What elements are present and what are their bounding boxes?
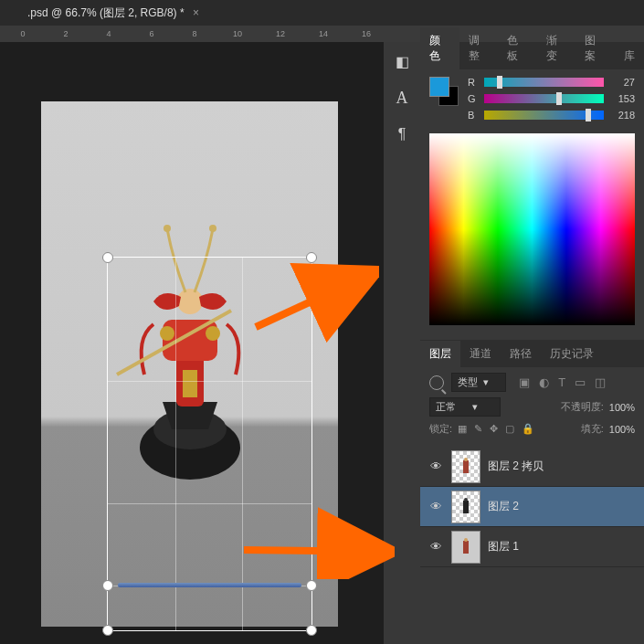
layer-item[interactable]: 👁 图层 2 拷贝 [420, 447, 644, 487]
close-icon[interactable]: × [193, 6, 199, 19]
svg-rect-17 [463, 541, 469, 554]
blue-slider[interactable] [484, 111, 604, 120]
handle-bottom-right[interactable] [306, 625, 317, 636]
handle-bottom-left[interactable] [102, 625, 113, 636]
transform-midline [118, 583, 301, 587]
lock-pixels-icon[interactable]: ▦ [458, 423, 467, 435]
lock-all-icon[interactable]: 🔒 [522, 423, 534, 435]
svg-rect-15 [463, 501, 469, 513]
layer-thumbnail[interactable] [451, 491, 480, 523]
layer-name: 图层 1 [488, 539, 519, 554]
g-value[interactable]: 153 [609, 93, 635, 104]
svg-point-8 [164, 225, 171, 232]
layer-list: 👁 图层 2 拷贝 👁 图层 2 👁 图层 1 [420, 447, 644, 567]
filter-text-icon[interactable]: T [558, 375, 565, 389]
tab-adjustments[interactable]: 调整 [459, 27, 499, 69]
lock-position-icon[interactable]: ✥ [490, 423, 498, 435]
layers-controls: 类型 ▾ ▣ ◐ T ▭ ◫ 正常 ▾ 不透明度: 100% 锁定: ▦ [420, 367, 644, 447]
lock-brush-icon[interactable]: ✎ [474, 423, 482, 435]
r-value[interactable]: 27 [609, 77, 635, 88]
layers-panel-tabs: 图层 通道 路径 历史记录 [420, 340, 644, 367]
foreground-color-swatch[interactable] [429, 77, 449, 97]
handle-mid-right[interactable] [306, 580, 317, 591]
document-tab-bar: .psd @ 66.7% (图层 2, RGB/8) * × [0, 0, 644, 26]
layer-thumbnail[interactable] [451, 450, 480, 483]
red-slider-row: R 27 [468, 77, 635, 88]
blue-slider-row: B 218 [468, 110, 635, 121]
visibility-icon[interactable]: 👁 [428, 539, 444, 555]
red-slider[interactable] [484, 78, 604, 87]
tab-paths[interactable]: 路径 [501, 341, 541, 367]
filter-adjustment-icon[interactable]: ◐ [539, 375, 549, 389]
fill-label: 填充: [581, 422, 604, 436]
color-panel: R 27 G 153 B 218 [420, 69, 644, 333]
tab-libraries[interactable]: 库 [615, 43, 644, 69]
opacity-value[interactable]: 100% [609, 402, 635, 413]
visibility-icon[interactable]: 👁 [428, 499, 444, 515]
b-value[interactable]: 218 [609, 110, 635, 121]
text-a-icon[interactable]: A [392, 88, 412, 108]
svg-point-9 [209, 225, 216, 232]
fg-bg-swatches[interactable] [429, 77, 459, 106]
handle-top-left[interactable] [102, 252, 113, 263]
layer-filter-select[interactable]: 类型 ▾ [451, 373, 506, 392]
opacity-label: 不透明度: [561, 400, 604, 414]
lock-label: 锁定: [429, 422, 452, 436]
filter-shape-icon[interactable]: ▭ [575, 375, 586, 389]
filter-smart-icon[interactable]: ◫ [595, 375, 606, 389]
annotation-arrow-top [242, 263, 379, 345]
swatch-icon[interactable]: ◧ [392, 51, 412, 71]
annotation-arrow-bottom [230, 497, 395, 579]
color-spectrum[interactable] [429, 133, 635, 325]
handle-top-right[interactable] [306, 252, 317, 263]
layer-item[interactable]: 👁 图层 2 [420, 487, 644, 527]
document-tab[interactable]: .psd @ 66.7% (图层 2, RGB/8) * × [16, 2, 210, 25]
visibility-icon[interactable]: 👁 [428, 459, 444, 475]
tab-channels[interactable]: 通道 [460, 341, 501, 367]
svg-line-12 [244, 550, 390, 552]
lock-artboard-icon[interactable]: ▢ [505, 423, 514, 435]
b-label: B [468, 110, 479, 121]
svg-line-11 [256, 272, 375, 327]
tab-history[interactable]: 历史记录 [541, 341, 603, 367]
svg-rect-13 [463, 460, 469, 473]
tab-title: .psd @ 66.7% (图层 2, RGB/8) * [27, 6, 185, 19]
g-label: G [468, 93, 479, 104]
search-icon[interactable] [429, 375, 444, 390]
layer-thumbnail[interactable] [451, 531, 480, 564]
tab-patterns[interactable]: 图案 [575, 27, 615, 69]
svg-point-14 [464, 458, 468, 461]
green-slider[interactable] [484, 94, 604, 103]
svg-point-18 [464, 538, 468, 542]
handle-mid-left[interactable] [102, 580, 113, 591]
tab-gradients[interactable]: 渐变 [537, 27, 576, 69]
tab-color[interactable]: 颜色 [420, 27, 459, 69]
svg-point-16 [464, 498, 468, 501]
canvas-area[interactable] [0, 42, 384, 644]
layer-item[interactable]: 👁 图层 1 [420, 527, 644, 567]
r-label: R [468, 77, 479, 88]
color-panel-tabs: 颜色 调整 色板 渐变 图案 库 [420, 42, 644, 69]
green-slider-row: G 153 [468, 93, 635, 104]
tab-layers[interactable]: 图层 [420, 341, 460, 367]
tab-swatches[interactable]: 色板 [498, 27, 537, 69]
filter-image-icon[interactable]: ▣ [519, 375, 530, 389]
layer-name: 图层 2 [488, 499, 519, 514]
fill-value[interactable]: 100% [609, 424, 635, 435]
paragraph-icon[interactable]: ¶ [392, 124, 412, 144]
blend-mode-select[interactable]: 正常 ▾ [429, 397, 501, 417]
layer-name: 图层 2 拷贝 [488, 459, 544, 474]
